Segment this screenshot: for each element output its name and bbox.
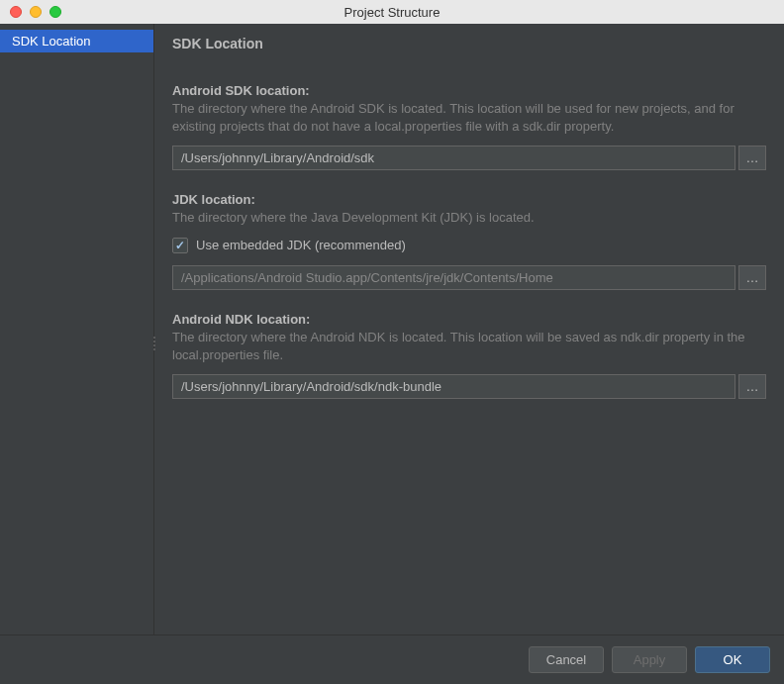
ndk-location-label: Android NDK location: — [172, 312, 766, 327]
zoom-window-button[interactable] — [49, 6, 61, 18]
jdk-input-row: … — [172, 265, 766, 290]
dialog-footer: Cancel Apply OK — [0, 635, 784, 684]
ok-button[interactable]: OK — [695, 646, 770, 673]
jdk-location-label: JDK location: — [172, 192, 766, 207]
use-embedded-jdk-checkbox[interactable] — [172, 238, 188, 253]
cancel-button[interactable]: Cancel — [529, 646, 604, 673]
use-embedded-jdk-label: Use embedded JDK (recommended) — [196, 238, 406, 252]
main-area: SDK Location SDK Location Android SDK lo… — [0, 24, 784, 635]
sdk-location-input[interactable] — [172, 146, 735, 170]
ndk-location-description: The directory where the Android NDK is l… — [172, 329, 766, 364]
window-title: Project Structure — [344, 5, 441, 20]
sdk-browse-button[interactable]: … — [738, 146, 766, 170]
content-panel: SDK Location Android SDK location: The d… — [154, 24, 784, 635]
jdk-location-description: The directory where the Java Development… — [172, 209, 766, 227]
traffic-lights — [10, 6, 61, 18]
page-title: SDK Location — [172, 36, 766, 51]
ndk-input-row: … — [172, 374, 766, 399]
close-window-button[interactable] — [10, 6, 22, 18]
jdk-browse-button[interactable]: … — [738, 265, 766, 290]
sdk-input-row: … — [172, 146, 766, 170]
sdk-location-label: Android SDK location: — [172, 83, 766, 98]
sidebar-resize-handle[interactable] — [151, 337, 157, 356]
sdk-location-description: The directory where the Android SDK is l… — [172, 100, 766, 136]
jdk-location-input[interactable] — [172, 265, 735, 290]
minimize-window-button[interactable] — [30, 6, 42, 18]
sidebar-item-sdk-location[interactable]: SDK Location — [0, 30, 153, 52]
window-titlebar: Project Structure — [0, 0, 784, 24]
ndk-location-input[interactable] — [172, 374, 735, 399]
ndk-browse-button[interactable]: … — [738, 374, 766, 399]
sidebar: SDK Location — [0, 24, 154, 635]
jdk-checkbox-row: Use embedded JDK (recommended) — [172, 238, 766, 253]
apply-button[interactable]: Apply — [612, 646, 687, 673]
